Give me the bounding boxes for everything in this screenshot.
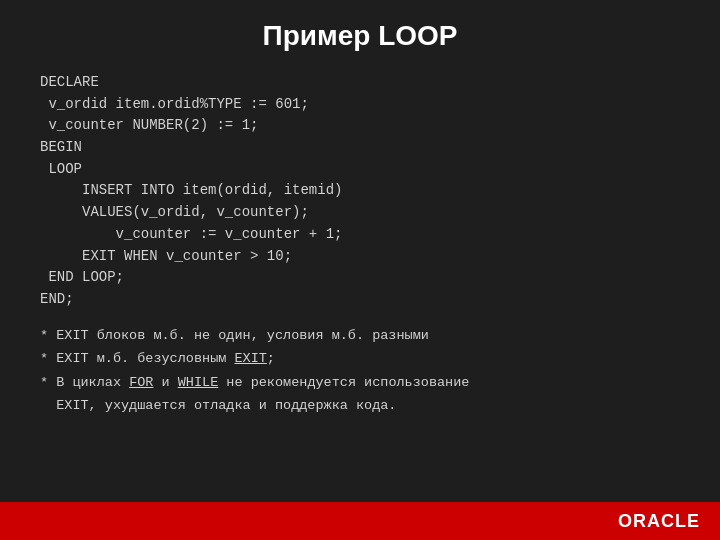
content-area: DECLARE v_ordid item.ordid%TYPE := 601; … (0, 67, 720, 502)
note-3: * В циклах FOR и WHILE не рекомендуется … (40, 372, 680, 394)
note-2: * EXIT м.б. безусловным EXIT; (40, 348, 680, 370)
note-4: EXIT, ухудшается отладка и поддержка код… (40, 395, 680, 417)
footer: ORACLE (0, 502, 720, 540)
code-pre: DECLARE v_ordid item.ordid%TYPE := 601; … (40, 72, 680, 311)
slide: Пример LOOP DECLARE v_ordid item.ordid%T… (0, 0, 720, 540)
note-1: * EXIT блоков м.б. не один, условия м.б.… (40, 325, 680, 347)
code-block: DECLARE v_ordid item.ordid%TYPE := 601; … (40, 72, 680, 311)
slide-title: Пример LOOP (0, 0, 720, 67)
oracle-label: ORACLE (618, 511, 700, 532)
notes-block: * EXIT блоков м.б. не один, условия м.б.… (40, 325, 680, 419)
